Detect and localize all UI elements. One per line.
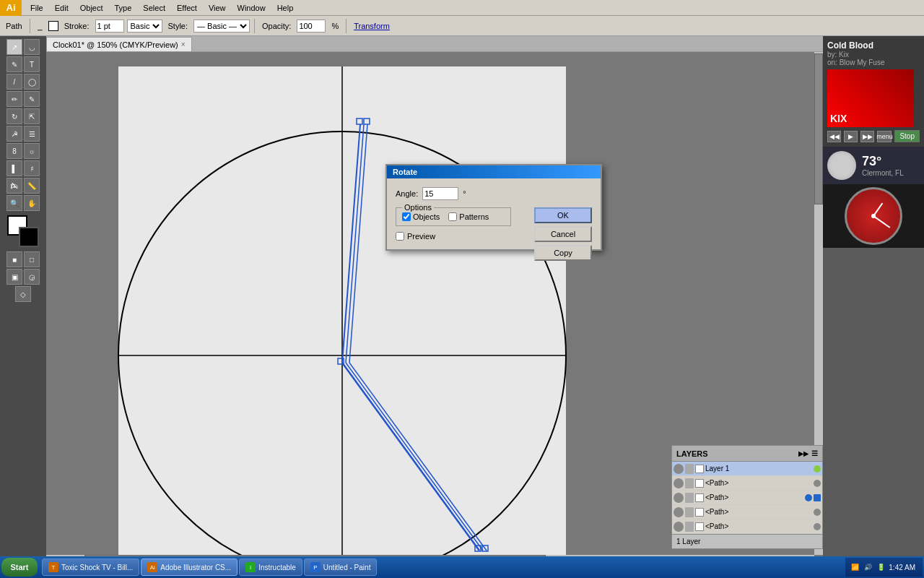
layer-row-3[interactable]: <Path> [672,491,822,505]
screen-mode-2[interactable]: ◶ [24,269,40,285]
transform-label[interactable]: Transform [351,21,393,31]
canvas-tab[interactable]: Clock01* @ 150% (CMYK/Preview) × [46,37,192,51]
menu-object[interactable]: Object [74,2,109,14]
objects-checkbox[interactable] [402,212,411,221]
line-tool[interactable]: / [6,74,22,90]
pencil-tool[interactable]: ✎ [24,91,40,107]
menu-type[interactable]: Type [109,2,138,14]
layer-visibility-5[interactable] [674,522,684,532]
style-select[interactable]: Basic [127,20,162,33]
stroke-icon: ⎯ [35,21,45,31]
media-prev-btn[interactable]: ◀◀ [827,131,841,142]
layer-visibility-4[interactable] [674,507,684,517]
layer-indicator-1 [814,465,821,473]
layer-row-4[interactable]: <Path> [672,505,822,519]
rotate-tool[interactable]: ↻ [6,108,22,124]
pen-tool[interactable]: ✎ [6,56,22,72]
weather-icon [827,151,856,180]
screen-mode[interactable]: ▣ [6,269,22,285]
tab-close-btn[interactable]: × [181,40,186,48]
view-mode[interactable]: ◇ [15,286,31,302]
brush-tool[interactable]: ✏ [6,91,22,107]
measure-tool[interactable]: 📏 [24,178,40,194]
column-tool[interactable]: ▌ [6,160,22,176]
media-on: on: Blow My Fuse [827,59,920,66]
media-menu-btn[interactable]: menu [877,131,892,142]
style-dropdown[interactable]: — Basic — [193,20,250,33]
stroke-input[interactable] [95,20,124,33]
media-next-btn[interactable]: ▶▶ [860,131,874,142]
tool-row-bottom: ■ □ [6,251,40,267]
taskbar-btn-1[interactable]: Ai Adobe Illustrator CS... [141,558,237,576]
stroke-icon-btn[interactable]: □ [24,251,40,267]
canvas-scroll[interactable]: Rotate OK Cancel Copy Angle: [46,52,823,564]
angle-input[interactable] [422,187,458,200]
media-play-btn[interactable]: ▶ [844,131,858,142]
menu-file[interactable]: File [25,2,49,14]
shape-tool[interactable]: ◯ [24,74,40,90]
media-stop-btn[interactable]: Stop [894,130,920,142]
zoom-tool[interactable]: 🔍 [6,195,22,211]
warp-tool[interactable]: ☭ [6,126,22,142]
ok-button[interactable]: OK [534,207,592,223]
tab-title: Clock01* @ 150% (CMYK/Preview) [53,40,178,49]
select-tool[interactable]: ↗ [6,39,22,55]
blend-tool[interactable]: 8 [6,143,22,159]
objects-option: Objects [402,212,440,221]
layer-swatch-2 [695,479,704,488]
layer-row-1[interactable]: Layer 1 [672,462,822,476]
pan-tool[interactable]: ✋ [24,195,40,211]
layer-lock-3[interactable] [685,493,694,503]
angle-label: Angle: [396,189,418,198]
preview-label: Preview [407,232,435,241]
dialog-buttons: OK Cancel Copy [534,207,592,261]
menu-effect[interactable]: Effect [171,2,203,14]
lasso-tool[interactable]: ◡ [24,39,40,55]
layer-lock-5[interactable] [685,522,694,532]
patterns-option: Patterns [448,212,489,221]
start-button[interactable]: Start [1,558,38,577]
layers-collapse-btn[interactable]: ▶▶ [798,450,808,457]
layer-lock-1[interactable] [685,464,694,474]
opacity-input[interactable] [297,20,326,33]
tool-row-screen: ▣ ◶ [6,269,40,285]
layer-lock-4[interactable] [685,507,694,517]
layer-row-2[interactable]: <Path> [672,476,822,491]
layer-swatch-1 [695,465,704,473]
gradient-tool[interactable]: ☰ [24,126,40,142]
layer-indicator-4 [814,509,821,516]
patterns-checkbox[interactable] [448,212,457,221]
layer-lock-2[interactable] [685,478,694,488]
menu-help[interactable]: Help [271,2,300,14]
taskbar-btn-0[interactable]: T Toxic Shock TV - Bill... [42,558,139,576]
copy-button[interactable]: Copy [534,245,592,261]
mesh-tool[interactable]: ♯ [24,160,40,176]
background-color[interactable] [19,227,39,247]
layer-visibility-3[interactable] [674,493,684,503]
toolbar-sep-2 [254,19,255,33]
type-tool[interactable]: T [24,56,40,72]
eyedrop-tool[interactable]: 🖎 [6,178,22,194]
taskbar: Start T Toxic Shock TV - Bill... Ai Adob… [0,556,924,578]
menu-select[interactable]: Select [137,2,171,14]
menu-window[interactable]: Window [232,2,271,14]
menu-view[interactable]: View [203,2,232,14]
angle-row: Angle: ° [396,187,592,200]
weather-temperature: 73° [862,154,904,169]
layers-menu-btn[interactable]: ☰ [811,449,818,457]
tray-volume-icon: 🔊 [863,562,873,572]
taskbar-btn-2[interactable]: I Instructable [239,558,302,576]
layer-visibility-2[interactable] [674,478,684,488]
fill-icon[interactable]: ■ [6,251,22,267]
tool-row-8: ▌ ♯ [6,160,40,176]
symbol-tool[interactable]: ☼ [24,143,40,159]
scale-tool[interactable]: ⇱ [24,108,40,124]
tools-panel: ↗ ◡ ✎ T / ◯ ✏ ✎ ↻ ⇱ ☭ ☰ 8 ☼ ▌ ♯ [0,36,46,578]
opacity-label: Opacity: [259,21,294,31]
taskbar-btn-3[interactable]: P Untitled - Paint [304,558,378,576]
layer-visibility-1[interactable] [674,464,684,474]
preview-checkbox[interactable] [396,232,404,241]
layer-row-5[interactable]: <Path> [672,519,822,534]
cancel-button[interactable]: Cancel [534,226,592,242]
menu-edit[interactable]: Edit [49,2,74,14]
